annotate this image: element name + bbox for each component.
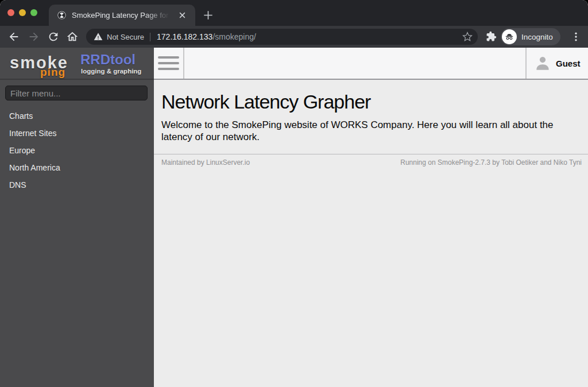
hamburger-menu-icon[interactable]: [154, 48, 184, 79]
rrdtool-tagline: logging & graphing: [81, 68, 141, 75]
content-topbar: Guest: [154, 48, 588, 80]
incognito-label: Incognito: [521, 33, 553, 41]
minimize-window-button[interactable]: [19, 9, 26, 16]
welcome-text: Welcome to the SmokePing website of WORK…: [161, 119, 580, 143]
browser-tab[interactable]: SmokePing Latency Page for N: [49, 5, 195, 26]
home-button[interactable]: [66, 30, 79, 43]
user-label: Guest: [556, 59, 581, 68]
close-window-button[interactable]: [7, 9, 14, 16]
close-tab-icon[interactable]: [177, 10, 188, 21]
incognito-badge: Incognito: [501, 28, 560, 45]
user-menu[interactable]: Guest: [525, 48, 588, 79]
incognito-avatar: [502, 29, 517, 44]
url-host: 172.16.182.133: [157, 32, 212, 41]
main-content: Guest Network Latency Grapher Welcome to…: [154, 48, 588, 387]
zoom-window-button[interactable]: [30, 9, 37, 16]
back-button[interactable]: [7, 30, 20, 43]
content-body: Network Latency Grapher Welcome to the S…: [154, 80, 588, 387]
topbar-spacer: [184, 48, 525, 79]
filter-menu-input[interactable]: [5, 86, 148, 100]
incognito-icon: [504, 32, 514, 42]
rrdtool-logo[interactable]: RRDtool: [80, 52, 136, 68]
page-footer: Maintained by LinuxServer.io Running on …: [154, 154, 588, 167]
tab-bar: SmokePing Latency Page for N: [0, 0, 588, 26]
smokeping-page: smoke ping RRDtool logging & graphing Ch…: [0, 48, 588, 387]
sidebar-logo-header: smoke ping RRDtool logging & graphing: [0, 48, 154, 80]
page-title: Network Latency Grapher: [161, 91, 580, 113]
sidebar: smoke ping RRDtool logging & graphing Ch…: [0, 48, 154, 387]
browser-window: SmokePing Latency Page for N Not Secure …: [0, 0, 588, 387]
sidebar-item-dns[interactable]: DNS: [0, 176, 154, 194]
footer-version: Running on SmokePing-2.7.3 by Tobi Oetik…: [400, 158, 582, 167]
footer-maintainer: Maintained by LinuxServer.io: [161, 158, 250, 167]
url-path: /smokeping/: [212, 32, 256, 41]
extensions-puzzle-icon[interactable]: [486, 31, 497, 42]
forward-button[interactable]: [28, 30, 40, 43]
not-secure-warning-icon: [94, 32, 103, 41]
security-label: Not Secure: [107, 33, 144, 41]
sidebar-item-north-america[interactable]: North America: [0, 159, 154, 176]
sidebar-item-europe[interactable]: Europe: [0, 142, 154, 159]
tab-title: SmokePing Latency Page for N: [72, 5, 173, 26]
url-separator: [150, 33, 150, 41]
bookmark-star-icon[interactable]: [462, 32, 473, 42]
address-bar[interactable]: Not Secure 172.16.182.133/smokeping/: [86, 29, 478, 45]
reload-button[interactable]: [47, 30, 60, 43]
globe-favicon-icon: [57, 10, 67, 20]
sidebar-item-charts[interactable]: Charts: [0, 107, 154, 125]
new-tab-button[interactable]: [202, 9, 215, 22]
browser-menu-icon[interactable]: [570, 30, 582, 43]
sidebar-item-internet-sites[interactable]: Internet Sites: [0, 125, 154, 142]
smokeping-logo-ping[interactable]: ping: [40, 66, 65, 79]
sidebar-menu: Charts Internet Sites Europe North Ameri…: [0, 107, 154, 194]
person-icon: [534, 54, 551, 72]
